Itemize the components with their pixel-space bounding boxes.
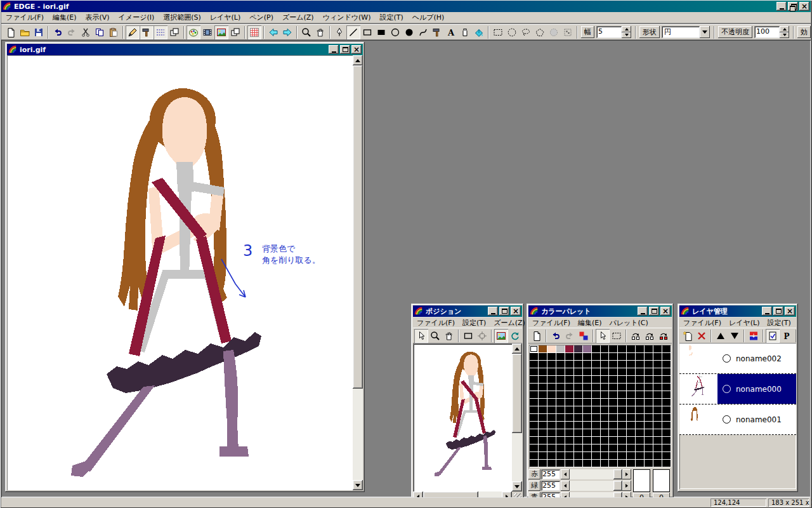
refresh-button[interactable] (508, 329, 522, 343)
palette-cell[interactable] (539, 361, 547, 368)
palette-cell[interactable] (530, 353, 538, 360)
palette-cell[interactable] (609, 422, 617, 429)
undo-button[interactable] (549, 329, 563, 343)
palette-cell[interactable] (601, 361, 609, 368)
palette-cell[interactable] (601, 391, 609, 398)
palette-cell[interactable] (565, 444, 573, 451)
palette-cell[interactable] (530, 406, 538, 413)
palette-cell[interactable] (583, 384, 591, 391)
spin-down-button[interactable] (622, 32, 631, 39)
menu-window[interactable]: ウィンドウ(W) (318, 11, 376, 23)
palette-cell[interactable] (556, 452, 565, 459)
close-button[interactable]: × (785, 307, 795, 316)
minimize-button[interactable] (329, 45, 339, 54)
palette-cell[interactable] (583, 422, 591, 429)
palette-cell[interactable] (556, 399, 565, 406)
copy-button[interactable] (93, 25, 107, 39)
tile-pattern-button[interactable] (154, 25, 167, 39)
pen-shape-dropdown[interactable]: 円 (662, 26, 710, 38)
select-ellipse-button[interactable] (505, 25, 519, 39)
palette-cell[interactable] (645, 429, 653, 436)
rect-tool-button[interactable] (360, 25, 374, 39)
palette-cell[interactable] (645, 460, 653, 467)
palette-cell[interactable] (609, 429, 617, 436)
palette-cell[interactable] (601, 399, 609, 406)
red-value[interactable]: 255 (541, 469, 560, 479)
menu-file[interactable]: ファイル(F) (413, 318, 459, 328)
palette-cell[interactable] (574, 361, 582, 368)
select-range-button[interactable] (610, 329, 624, 343)
palette-cell[interactable] (653, 368, 662, 375)
palette-cell[interactable] (601, 444, 609, 451)
eraser-tool-button[interactable] (458, 25, 472, 39)
palette-cell[interactable] (547, 391, 556, 398)
palette-cell[interactable] (609, 460, 617, 467)
palette-cell[interactable] (565, 345, 573, 352)
palette-cell[interactable] (645, 353, 653, 360)
palette-cell[interactable] (636, 384, 644, 391)
palette-cell[interactable] (583, 345, 591, 352)
maximize-button[interactable] (340, 45, 350, 54)
menu-view[interactable]: 表示(V) (81, 11, 114, 23)
palette-cell[interactable] (539, 406, 547, 413)
palette-cell[interactable] (565, 452, 573, 459)
palette-cell[interactable] (636, 460, 644, 467)
palette-cell[interactable] (609, 414, 617, 421)
palette-cell[interactable] (618, 406, 626, 413)
palette-cell[interactable] (592, 399, 600, 406)
menu-settings[interactable]: 設定(T) (375, 11, 407, 23)
palette-cell[interactable] (609, 345, 617, 352)
shift-insert-button[interactable] (657, 329, 671, 343)
palette-cell[interactable] (583, 437, 591, 444)
palette-cell[interactable] (609, 384, 617, 391)
palette-cell[interactable] (530, 437, 538, 444)
palette-cell[interactable] (547, 437, 556, 444)
palette-cell[interactable] (530, 368, 538, 375)
next-image-button[interactable] (280, 25, 294, 39)
decrease-button[interactable] (561, 469, 570, 479)
maximize-button[interactable] (649, 307, 659, 316)
prev-image-button[interactable] (266, 25, 280, 39)
palette-cell[interactable] (565, 460, 573, 467)
palette-cell[interactable] (645, 414, 653, 421)
palette-cell[interactable] (618, 345, 626, 352)
palette-cell[interactable] (601, 429, 609, 436)
palette-cell[interactable] (574, 444, 582, 451)
menu-zoom[interactable]: ズーム(Z) (490, 318, 529, 328)
palette-cell[interactable] (547, 452, 556, 459)
palette-cell[interactable] (653, 422, 662, 429)
palette-cell[interactable] (556, 460, 565, 467)
palette-cell[interactable] (539, 414, 547, 421)
palette-cell[interactable] (592, 361, 600, 368)
menu-settings[interactable]: 設定(T) (763, 318, 794, 328)
maximize-button[interactable] (499, 307, 509, 316)
palette-cell[interactable] (583, 361, 591, 368)
palette-cell[interactable] (618, 353, 626, 360)
palette-cell[interactable] (653, 406, 662, 413)
palette-cell[interactable] (618, 437, 626, 444)
palette-cell[interactable] (592, 444, 600, 451)
palette-cell[interactable] (601, 437, 609, 444)
select-polygon-button[interactable] (533, 25, 547, 39)
slider-track[interactable] (570, 469, 622, 479)
palette-cell[interactable] (583, 414, 591, 421)
palette-cell[interactable] (556, 361, 565, 368)
menu-layer[interactable]: レイヤ(L) (206, 11, 246, 23)
shift-right-button[interactable] (643, 329, 657, 343)
scroll-down-button[interactable] (353, 480, 363, 490)
palette-cell[interactable] (565, 391, 573, 398)
pixel-select-button[interactable] (561, 25, 575, 39)
palette-cell[interactable] (556, 368, 565, 375)
palette-cell[interactable] (618, 376, 626, 383)
palette-cell[interactable] (583, 368, 591, 375)
palette-cell[interactable] (627, 368, 635, 375)
palette-cell[interactable] (574, 460, 582, 467)
close-button[interactable]: × (351, 45, 362, 54)
new-layer-button[interactable] (681, 329, 695, 343)
palette-cell[interactable] (530, 345, 538, 352)
image-preview-button[interactable] (494, 329, 508, 343)
slider-track[interactable] (570, 481, 622, 491)
palette-cell[interactable] (609, 452, 617, 459)
palette-cell[interactable] (592, 437, 600, 444)
palette-cell[interactable] (574, 399, 582, 406)
